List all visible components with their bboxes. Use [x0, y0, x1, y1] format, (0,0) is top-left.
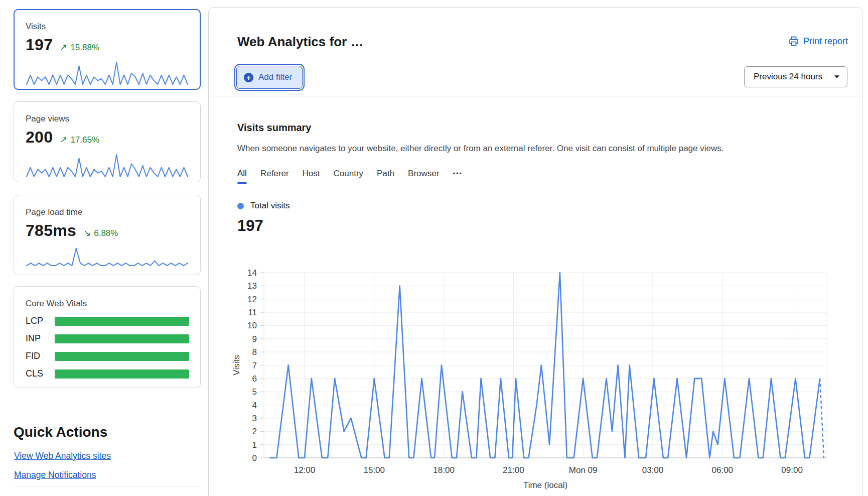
svg-text:9: 9: [252, 334, 257, 344]
visits-summary-description: When someone navigates to your website, …: [237, 144, 839, 154]
sidebar-divider: [14, 486, 201, 486]
svg-text:8: 8: [252, 347, 257, 357]
svg-text:5: 5: [252, 387, 257, 397]
total-visits-value: 197: [237, 217, 839, 235]
dimension-tabs: All Referer Host Country Path Browser ••…: [237, 169, 839, 184]
web-analytics-panel: Web Analytics for … Print report + Add f…: [208, 7, 862, 496]
total-visits-legend-label: Total visits: [250, 201, 290, 211]
metric-label: Visits: [26, 22, 189, 32]
chart-legend: Total visits: [237, 201, 839, 211]
trend-value: 17.65%: [70, 135, 99, 145]
cwv-metric-label: FID: [26, 351, 55, 361]
svg-text:12: 12: [247, 295, 257, 304]
svg-text:Mon 09: Mon 09: [569, 465, 598, 475]
svg-text:3: 3: [252, 414, 257, 423]
add-filter-label: Add filter: [258, 72, 292, 82]
page-title: Web Analytics for …: [237, 34, 363, 50]
cwv-metric-label: INP: [26, 333, 55, 344]
tab-referer[interactable]: Referer: [260, 169, 289, 184]
trend-up-icon: ↗: [60, 42, 67, 53]
visits-line-chart: 0123456789101112131412:0015:0018:0021:00…: [211, 259, 848, 496]
page-load-sparkline-chart: [26, 245, 189, 269]
trend-value: 6.88%: [94, 228, 118, 238]
header-divider: [209, 96, 862, 96]
metric-label: Page views: [26, 114, 189, 124]
page-views-sparkline-chart: [26, 152, 189, 178]
visits-sparkline-chart: [26, 59, 189, 85]
cwv-row: INP: [26, 333, 189, 344]
svg-text:Time (local): Time (local): [523, 480, 567, 490]
visits-summary-section: Visits summary When someone navigates to…: [237, 113, 839, 235]
web-analytics-page: Visits 197 ↗ 15.88% Page views 200 ↗ 17.…: [0, 0, 868, 496]
metric-value: 200: [26, 128, 53, 147]
metric-trend: ↘ 6.88%: [83, 227, 118, 238]
cwv-row: FID: [26, 351, 189, 361]
time-range-dropdown[interactable]: Previous 24 hours: [744, 66, 847, 87]
trend-value: 15.88%: [70, 43, 99, 53]
metric-card-page-views[interactable]: Page views 200 ↗ 17.65%: [14, 101, 201, 182]
plus-icon: +: [244, 73, 253, 82]
svg-text:Visits: Visits: [232, 355, 241, 375]
cwv-status-bar: [55, 352, 189, 361]
visits-summary-title: Visits summary: [237, 122, 839, 134]
trend-down-icon: ↘: [83, 227, 91, 238]
metric-value: 197: [26, 36, 53, 54]
cwv-status-bar: [55, 369, 189, 379]
svg-text:14: 14: [247, 268, 257, 278]
tab-browser[interactable]: Browser: [408, 169, 439, 184]
manage-notifications-link[interactable]: Manage Notifications: [14, 470, 96, 480]
tab-more[interactable]: •••: [453, 170, 463, 183]
svg-text:4: 4: [252, 401, 257, 410]
metric-value: 785ms: [26, 221, 76, 240]
svg-text:6: 6: [252, 374, 257, 384]
svg-text:21:00: 21:00: [503, 465, 524, 475]
svg-text:06:00: 06:00: [712, 465, 734, 475]
svg-text:11: 11: [248, 308, 257, 317]
svg-text:7: 7: [252, 361, 257, 370]
tab-path[interactable]: Path: [377, 169, 394, 184]
cwv-metric-label: CLS: [26, 368, 55, 379]
tab-country[interactable]: Country: [334, 169, 364, 184]
svg-text:09:00: 09:00: [781, 465, 803, 475]
svg-text:1: 1: [252, 440, 257, 450]
cwv-metric-label: LCP: [26, 316, 55, 326]
add-filter-button[interactable]: + Add filter: [236, 66, 303, 89]
view-web-analytics-sites-link[interactable]: View Web Analytics sites: [14, 451, 111, 461]
cwv-row: LCP: [26, 316, 189, 326]
svg-text:0: 0: [252, 453, 257, 463]
print-report-link[interactable]: Print report: [788, 36, 848, 47]
tab-all[interactable]: All: [237, 169, 247, 184]
print-report-label: Print report: [803, 36, 848, 47]
svg-text:10: 10: [247, 321, 257, 330]
svg-text:12:00: 12:00: [294, 465, 316, 475]
svg-text:13: 13: [247, 281, 257, 291]
tab-host[interactable]: Host: [303, 169, 320, 184]
cwv-row: CLS: [26, 368, 189, 379]
metric-card-visits[interactable]: Visits 197 ↗ 15.88%: [14, 9, 201, 90]
cwv-status-bar: [55, 317, 189, 326]
trend-up-icon: ↗: [60, 134, 67, 145]
svg-text:18:00: 18:00: [433, 465, 455, 475]
total-visits-legend-dot: [237, 203, 244, 209]
quick-actions-title: Quick Actions: [14, 424, 201, 440]
cwv-status-bar: [55, 334, 189, 343]
metric-label: Page load time: [26, 207, 189, 217]
panel-header: Web Analytics for … Print report + Add f…: [209, 8, 862, 96]
svg-text:2: 2: [252, 427, 257, 436]
metric-trend: ↗ 17.65%: [60, 134, 99, 145]
core-web-vitals-title: Core Web Vitals: [26, 299, 189, 309]
printer-icon: [788, 36, 799, 47]
visits-chart-container: 0123456789101112131412:0015:0018:0021:00…: [211, 259, 848, 496]
chevron-down-icon: [834, 75, 840, 79]
svg-text:03:00: 03:00: [642, 465, 664, 475]
metric-trend: ↗ 15.88%: [60, 42, 99, 53]
core-web-vitals-card[interactable]: Core Web Vitals LCP INP FID CLS: [14, 286, 201, 388]
metric-card-page-load-time[interactable]: Page load time 785ms ↘ 6.88%: [14, 195, 201, 275]
time-range-label: Previous 24 hours: [754, 72, 822, 82]
svg-text:15:00: 15:00: [363, 465, 385, 475]
